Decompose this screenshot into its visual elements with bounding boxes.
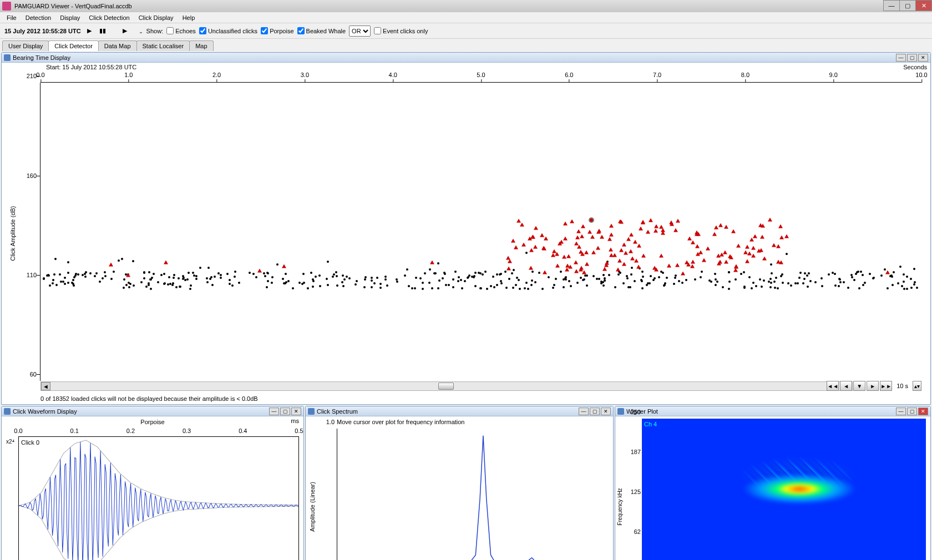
checkbox-porpoise[interactable]: Porpoise <box>261 27 293 34</box>
window-titlebar: PAMGUARD Viewer - VertQuadFinal.accdb — … <box>0 0 932 12</box>
toolbar-timestamp: 15 July 2012 10:55:28 UTC <box>4 28 81 34</box>
nav-first-button[interactable]: ◄◄ <box>827 381 839 391</box>
content-area: Bearing Time Display — ▢ ✕ Start: 15 Jul… <box>0 51 932 560</box>
play-button[interactable]: ▶ <box>84 26 94 36</box>
menu-bar: File Detection Display Click Detection C… <box>0 12 932 23</box>
checkbox-beaked[interactable]: Beaked Whale <box>297 27 346 34</box>
wigner-pattern <box>721 451 878 515</box>
start-label: Start: 15 July 2012 10:55:28 UTC <box>46 64 136 70</box>
waveform-scale: x2⁴ <box>6 439 14 445</box>
btd-x-axis: 0.0 1.0 2.0 3.0 4.0 5.0 6.0 7.0 8.0 9.0 … <box>40 72 921 83</box>
tab-click-detector[interactable]: Click Detector <box>48 40 98 51</box>
spectrum-ylabel: Amplitude (Linear) <box>309 482 316 532</box>
panel-close-button[interactable]: ✕ <box>918 408 928 415</box>
menu-click-display[interactable]: Click Display <box>134 13 178 22</box>
menu-detection[interactable]: Detection <box>21 13 55 22</box>
window-title: PAMGUARD Viewer - VertQuadFinal.accdb <box>14 3 132 9</box>
window-icon <box>617 408 624 415</box>
tab-bar: User Display Click Detector Data Map Sta… <box>0 39 932 51</box>
menu-help[interactable]: Help <box>178 13 200 22</box>
show-label: Show: <box>146 28 164 34</box>
menu-display[interactable]: Display <box>55 13 84 22</box>
waveform-title: Click Waveform Display <box>13 408 268 415</box>
color-selector-icon[interactable] <box>133 26 143 36</box>
btd-y-axis: 60 110 160 210 <box>24 83 40 381</box>
window-icon <box>4 408 11 415</box>
tab-user-display[interactable]: User Display <box>2 40 49 51</box>
click-label: Click 0 <box>21 439 39 446</box>
checkbox-unclassified[interactable]: Unclassified clicks <box>199 27 257 34</box>
menu-file[interactable]: File <box>2 13 21 22</box>
seconds-label: Seconds <box>903 64 927 70</box>
waveform-unit-top: ms <box>291 418 299 424</box>
window-icon <box>4 54 11 61</box>
bearing-time-window: Bearing Time Display — ▢ ✕ Start: 15 Jul… <box>1 52 931 405</box>
panel-minimize-button[interactable]: — <box>896 54 906 62</box>
panel-maximize-button[interactable]: ▢ <box>907 408 917 415</box>
play2-button[interactable]: ▶ <box>120 26 130 36</box>
pause-button[interactable]: ▮▮ <box>98 26 108 36</box>
panel-minimize-button[interactable]: — <box>269 408 279 415</box>
spectrum-hint: Move cursor over plot for frequency info… <box>337 419 465 425</box>
spectrum-title: Click Spectrum <box>317 408 578 415</box>
panel-maximize-button[interactable]: ▢ <box>280 408 290 415</box>
panel-minimize-button[interactable]: — <box>579 408 589 415</box>
wigner-chart[interactable]: Ch 4 <box>642 419 926 560</box>
panel-minimize-button[interactable]: — <box>896 408 906 415</box>
btd-scrollbar[interactable]: ◄ ► <box>40 381 853 391</box>
tab-map[interactable]: Map <box>189 40 213 51</box>
scroll-left-button[interactable]: ◄ <box>41 382 50 390</box>
wigner-window: Wigner Plot — ▢ ✕ Frequency kHz 0 62 125… <box>615 406 931 560</box>
wigner-ylabel: Frequency kHz <box>617 488 623 525</box>
spectrum-window: Click Spectrum — ▢ ✕ Move cursor over pl… <box>305 406 614 560</box>
nav-button-group: ◄◄ ◄ ▼ ► ►► 10 s ▴▾ <box>827 381 921 391</box>
spectrum-chart[interactable] <box>337 429 607 560</box>
minimize-button[interactable]: — <box>883 0 900 11</box>
nav-prev-button[interactable]: ◄ <box>840 381 852 391</box>
maximize-button[interactable]: ▢ <box>899 0 916 11</box>
range-label: 10 s <box>893 383 911 389</box>
tab-data-map[interactable]: Data Map <box>98 40 137 51</box>
panel-maximize-button[interactable]: ▢ <box>907 54 917 62</box>
toolbar: 15 July 2012 10:55:28 UTC ▶ ▮▮ ▶ Show: E… <box>0 23 932 39</box>
wigner-title: Wigner Plot <box>626 408 895 415</box>
checkbox-event-only[interactable]: Event clicks only <box>374 27 428 34</box>
scroll-thumb[interactable] <box>438 383 454 390</box>
btd-plot[interactable] <box>40 83 921 381</box>
bearing-time-title: Bearing Time Display <box>13 54 895 61</box>
window-icon <box>308 408 315 415</box>
wigner-channel: Ch 4 <box>644 421 657 427</box>
menu-click-detection[interactable]: Click Detection <box>84 13 134 22</box>
btd-y-label: Click Amplitude (dB) <box>9 206 16 261</box>
tab-static-localiser[interactable]: Static Localiser <box>136 40 190 51</box>
spectrum-y-axis: 0.0 1.0 <box>322 429 337 560</box>
waveform-subtitle: Porpoise <box>140 419 164 425</box>
panel-close-button[interactable]: ✕ <box>291 408 301 415</box>
wigner-y-axis: 0 62 125 187 250 <box>629 419 642 560</box>
panel-maximize-button[interactable]: ▢ <box>590 408 600 415</box>
nav-next-button[interactable]: ► <box>867 381 879 391</box>
close-button[interactable]: ✕ <box>915 0 932 11</box>
nav-dropdown-button[interactable]: ▼ <box>853 381 865 391</box>
waveform-window: Click Waveform Display — ▢ ✕ Porpoise ms… <box>1 406 304 560</box>
panel-close-button[interactable]: ✕ <box>918 54 928 62</box>
waveform-chart[interactable]: Click 0 ch 4 (T) <box>18 436 299 560</box>
nav-last-button[interactable]: ►► <box>880 381 892 391</box>
panel-close-button[interactable]: ✕ <box>601 408 611 415</box>
logic-select[interactable]: OR <box>349 26 371 37</box>
selected-click-marker[interactable] <box>589 217 594 223</box>
range-spinner[interactable]: ▴▾ <box>913 381 921 391</box>
checkbox-echoes[interactable]: Echoes <box>166 27 196 34</box>
app-icon <box>2 2 11 11</box>
btd-status: 0 of 18352 loaded clicks will not be dis… <box>40 395 258 402</box>
